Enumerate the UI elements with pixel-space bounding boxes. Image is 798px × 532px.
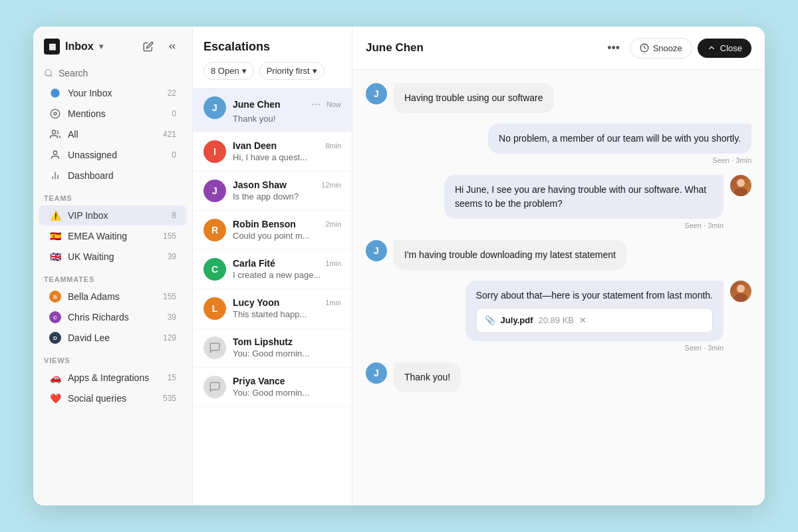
conv-item-june-chen[interactable]: J June Chen ··· Now Thank you!: [193, 88, 352, 132]
sidebar-item-apps-integrations[interactable]: 🚗 Apps & Integrations 15: [39, 368, 187, 388]
conv-item-tom-lipshutz[interactable]: Tom Lipshutz You: Good mornin...: [193, 329, 352, 368]
msg-bubble-m5: Sorry about that—here is your statement …: [466, 281, 724, 341]
sidebar-item-your-inbox[interactable]: Your Inbox 22: [39, 83, 187, 103]
conv-name-priya-vance: Priya Vance: [233, 376, 285, 386]
agent-col-m2: No problem, a member of our team will be…: [488, 124, 751, 164]
conv-time-robin-benson: 2min: [325, 220, 341, 228]
conv-name-robin-benson: Robin Benson: [233, 219, 296, 229]
teammate-count-david-lee: 129: [163, 333, 176, 342]
more-options-button[interactable]: •••: [603, 37, 624, 59]
svg-point-4: [54, 112, 57, 115]
search-button[interactable]: Search: [33, 64, 192, 82]
teammates-section-label: TEAMMATES: [33, 267, 192, 286]
nav-label-dashboard: Dashboard: [68, 170, 114, 181]
conv-body-carla-fite: Carla Fité 1min I created a new page...: [233, 258, 341, 280]
chat-header: June Chen ••• Snooze Close: [352, 27, 765, 70]
sidebar-item-unassigned[interactable]: Unassigned 0: [39, 145, 187, 165]
agent-avatar-m3: [730, 175, 751, 196]
conv-more-june-chen[interactable]: ···: [308, 96, 324, 112]
sidebar-item-chris-richards[interactable]: C Chris Richards 39: [39, 307, 187, 327]
emea-waiting-icon: 🇪🇸: [49, 230, 61, 242]
social-queries-icon: ❤️: [49, 392, 61, 404]
nav-count-all: 421: [163, 130, 176, 139]
msg-avatar-m1: J: [366, 83, 387, 104]
apps-integrations-icon: 🚗: [49, 372, 61, 384]
teammates-list: B Bella Adams 155 C Chris Richards 39 D …: [33, 286, 192, 348]
sidebar-item-vip-inbox[interactable]: ⚠️ VIP Inbox 8: [39, 205, 187, 225]
svg-point-14: [734, 293, 747, 302]
view-count-social-queries: 535: [163, 394, 176, 403]
open-filter-button[interactable]: 8 Open ▾: [203, 62, 254, 80]
svg-point-2: [51, 88, 59, 97]
msg-row-m2: No problem, a member of our team will be…: [366, 124, 751, 164]
teammate-label-chris-richards: Chris Richards: [68, 312, 129, 323]
conv-avatar-ivan-deen: I: [203, 140, 226, 163]
unassigned-icon: [49, 149, 61, 161]
attachment-size: 20.89 KB: [538, 314, 574, 327]
sidebar-item-dashboard[interactable]: Dashboard: [39, 166, 187, 186]
conv-avatar-lucy-yoon: L: [203, 297, 226, 320]
conv-list-title: Escalations: [203, 40, 341, 54]
inbox-icon: ▦: [44, 39, 60, 55]
conv-preview-jason-shaw: Is the app down?: [233, 192, 341, 201]
mentions-icon: [49, 108, 61, 120]
conv-avatar-june-chen: J: [203, 96, 226, 119]
conv-item-carla-fite[interactable]: C Carla Fité 1min I created a new page..…: [193, 250, 352, 289]
conv-name-tom-lipshutz: Tom Lipshutz: [233, 336, 293, 347]
teammate-count-chris-richards: 39: [168, 313, 176, 322]
conv-avatar-jason-shaw: J: [203, 180, 226, 202]
conv-body-lucy-yoon: Lucy Yoon 1min This started happ...: [233, 297, 341, 319]
agent-avatar-m5: [730, 281, 751, 302]
conv-item-jason-shaw[interactable]: J Jason Shaw 12min Is the app down?: [193, 172, 352, 211]
msg-bubble-m3: Hi June, I see you are having trouble wi…: [444, 175, 724, 219]
snooze-button[interactable]: Snooze: [630, 38, 692, 59]
conv-item-robin-benson[interactable]: R Robin Benson 2min Could you point m...: [193, 211, 352, 250]
compose-button[interactable]: [139, 37, 158, 56]
conv-time-june-chen: Now: [327, 100, 341, 108]
sidebar-title-label: Inbox: [65, 41, 94, 53]
view-label-apps-integrations: Apps & Integrations: [68, 372, 149, 383]
team-label-vip-inbox: VIP Inbox: [68, 210, 108, 221]
teams-list: ⚠️ VIP Inbox 8 🇪🇸 EMEA Waiting 155 🇬🇧 UK…: [33, 205, 192, 267]
sidebar-item-bella-adams[interactable]: B Bella Adams 155: [39, 287, 187, 307]
sidebar-item-mentions[interactable]: Mentions 0: [39, 104, 187, 124]
nav-count-your-inbox: 22: [168, 88, 176, 98]
sidebar-item-david-lee[interactable]: D David Lee 129: [39, 328, 187, 348]
conv-time-lucy-yoon: 1min: [325, 299, 341, 307]
conv-body-tom-lipshutz: Tom Lipshutz You: Good mornin...: [233, 336, 341, 358]
attachment-close-button[interactable]: ✕: [579, 314, 587, 327]
sidebar-title[interactable]: ▦ Inbox ▾: [44, 39, 103, 55]
sidebar-item-uk-waiting[interactable]: 🇬🇧 UK Waiting 39: [39, 247, 187, 267]
chat-messages: J Having trouble using our software No p…: [352, 70, 765, 505]
conv-item-ivan-deen[interactable]: I Ivan Deen 8min Hi, I have a quest...: [193, 132, 352, 172]
conv-item-lucy-yoon[interactable]: L Lucy Yoon 1min This started happ...: [193, 289, 352, 329]
sidebar-item-emea-waiting[interactable]: 🇪🇸 EMEA Waiting 155: [39, 226, 187, 246]
dashboard-icon: [49, 170, 61, 182]
msg-row-m4: J I'm having trouble downloading my late…: [366, 240, 751, 270]
conv-time-carla-fite: 1min: [325, 259, 341, 267]
conv-body-priya-vance: Priya Vance You: Good mornin...: [233, 376, 341, 398]
priority-filter-button[interactable]: Priority first ▾: [259, 62, 325, 80]
sidebar-item-all[interactable]: All 421: [39, 124, 187, 144]
conv-avatar-priya-vance: [203, 376, 226, 398]
bella-adams-avatar: B: [49, 291, 61, 303]
chat-panel: June Chen ••• Snooze Close J Having trou…: [352, 27, 765, 505]
conv-avatar-robin-benson: R: [203, 219, 226, 241]
conv-body-robin-benson: Robin Benson 2min Could you point m...: [233, 219, 341, 241]
msg-row-m5: Sorry about that—here is your statement …: [366, 281, 751, 352]
sidebar-item-social-queries[interactable]: ❤️ Social queries 535: [39, 388, 187, 408]
sidebar: ▦ Inbox ▾ Search Your Inbox 22: [33, 27, 193, 505]
conv-items: J June Chen ··· Now Thank you! I Ivan De…: [193, 88, 352, 505]
your-inbox-icon: [49, 87, 61, 99]
msg-avatar-m6: J: [366, 362, 387, 384]
david-lee-avatar: D: [49, 332, 61, 344]
msg-meta-m3: Seen · 3min: [684, 221, 724, 229]
msg-meta-m5: Seen · 3min: [684, 344, 724, 352]
close-button[interactable]: Close: [698, 39, 751, 58]
collapse-button[interactable]: [163, 37, 182, 56]
conv-item-priya-vance[interactable]: Priya Vance You: Good mornin...: [193, 368, 352, 407]
conv-time-ivan-deen: 8min: [325, 142, 341, 150]
view-label-social-queries: Social queries: [68, 393, 126, 404]
conv-name-june-chen: June Chen: [233, 99, 281, 110]
uk-waiting-icon: 🇬🇧: [49, 251, 61, 263]
